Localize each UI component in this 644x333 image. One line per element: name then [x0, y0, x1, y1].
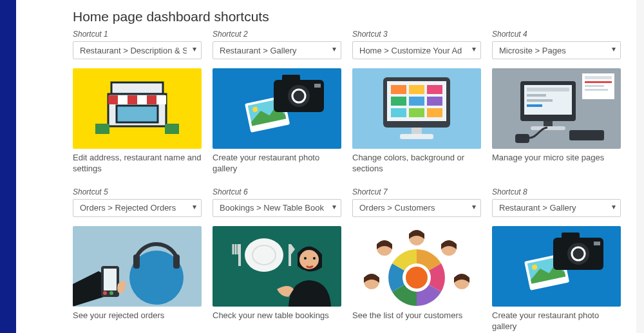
shortcut-card-row-1: Edit address, restaurant name and settin…: [73, 68, 636, 175]
svg-rect-6: [108, 95, 118, 104]
shortcut-5-select[interactable]: [73, 199, 202, 217]
svg-rect-37: [527, 88, 569, 91]
card-caption: See your rejected orders: [73, 310, 202, 321]
svg-rect-40: [527, 104, 542, 107]
card-caption: See the list of your customers: [352, 310, 481, 321]
shortcut-select-row-2: Shortcut 5 Shortcut 6 Shortcut 7 Shortcu…: [73, 187, 636, 217]
svg-rect-27: [427, 85, 442, 94]
shortcut-label: Shortcut 7: [352, 187, 481, 196]
svg-rect-32: [409, 108, 424, 117]
card-customers[interactable]: See the list of your customers: [352, 226, 481, 332]
shortcut-8-select[interactable]: [492, 199, 621, 217]
monitor-colors-icon: [352, 68, 481, 149]
svg-rect-16: [282, 75, 300, 82]
svg-rect-7: [128, 95, 137, 104]
svg-point-17: [288, 85, 310, 107]
svg-rect-39: [527, 99, 553, 102]
svg-rect-42: [531, 126, 565, 130]
phone-headset-icon: [73, 226, 202, 307]
svg-rect-55: [104, 269, 117, 290]
svg-rect-43: [569, 130, 604, 140]
svg-point-81: [567, 243, 589, 265]
svg-rect-41: [544, 121, 553, 126]
svg-rect-83: [594, 242, 600, 245]
card-caption: Create your restaurant photo gallery: [492, 310, 621, 332]
svg-rect-10: [165, 124, 179, 134]
svg-rect-30: [427, 97, 442, 106]
svg-point-57: [109, 291, 113, 295]
page-title: Home page dashboard shortcuts: [73, 9, 636, 24]
svg-point-69: [406, 267, 428, 289]
svg-rect-23: [412, 128, 422, 134]
shortcut-label: Shortcut 4: [492, 30, 621, 39]
svg-point-59: [245, 238, 283, 272]
shortcut-select-row: Shortcut 1 Shortcut 2 Shortcut 3 Shortcu…: [73, 30, 636, 59]
card-caption: Check your new table bookings: [213, 310, 341, 321]
svg-rect-25: [391, 85, 406, 94]
svg-rect-8: [147, 95, 156, 104]
card-caption: Manage your micro site pages: [492, 153, 621, 164]
card-caption: Edit address, restaurant name and settin…: [73, 153, 202, 175]
card-photo-gallery[interactable]: Create your restaurant photo gallery: [213, 68, 341, 175]
people-around-table-icon: [352, 226, 481, 307]
svg-rect-1: [111, 82, 163, 94]
svg-rect-53: [173, 254, 180, 269]
svg-rect-31: [391, 108, 406, 117]
svg-rect-62: [289, 244, 291, 266]
card-caption: Create your restaurant photo gallery: [213, 153, 341, 175]
shortcut-4-select[interactable]: [492, 41, 621, 59]
hostess-plate-icon: [213, 226, 341, 307]
shortcut-label: Shortcut 3: [352, 30, 481, 39]
computer-pages-icon: [492, 68, 621, 149]
shortcut-2-select[interactable]: [213, 41, 341, 59]
shortcut-label: Shortcut 2: [213, 30, 341, 39]
shortcut-1-select[interactable]: [73, 41, 202, 59]
shortcut-label: Shortcut 6: [213, 187, 341, 196]
svg-rect-19: [314, 84, 321, 88]
camera-photos-icon: [213, 68, 341, 149]
svg-rect-47: [585, 81, 612, 83]
card-restaurant-settings[interactable]: Edit address, restaurant name and settin…: [73, 68, 202, 175]
svg-rect-24: [400, 134, 433, 139]
svg-rect-9: [95, 124, 109, 134]
shortcut-3-select[interactable]: [352, 41, 481, 59]
card-table-bookings[interactable]: Check your new table bookings: [213, 226, 341, 332]
svg-point-56: [103, 291, 107, 295]
svg-rect-46: [585, 76, 612, 79]
shortcut-label: Shortcut 8: [492, 187, 621, 196]
svg-rect-80: [562, 233, 580, 240]
card-rejected-orders[interactable]: See your rejected orders: [73, 226, 202, 332]
svg-rect-52: [133, 254, 140, 269]
svg-rect-48: [585, 85, 604, 87]
svg-rect-28: [391, 97, 406, 106]
svg-rect-26: [409, 85, 424, 94]
shortcut-label: Shortcut 1: [73, 30, 202, 39]
svg-rect-49: [585, 89, 608, 91]
svg-point-65: [304, 257, 307, 260]
svg-rect-44: [515, 134, 529, 143]
card-customize-theme[interactable]: Change colors, background or sections: [352, 68, 481, 175]
sidebar-rail: [0, 0, 16, 333]
restaurant-storefront-icon: [73, 68, 202, 149]
card-photo-gallery-2[interactable]: Create your restaurant photo gallery: [492, 226, 621, 332]
shortcut-card-row-2: See your rejected orders: [73, 226, 636, 332]
shortcut-7-select[interactable]: [352, 199, 481, 217]
shortcut-label: Shortcut 5: [73, 187, 202, 196]
svg-point-66: [313, 257, 316, 260]
dashboard-shortcuts-page: Home page dashboard shortcuts Shortcut 1…: [16, 0, 636, 333]
svg-rect-38: [527, 94, 546, 97]
svg-rect-29: [409, 97, 424, 106]
svg-rect-3: [117, 106, 158, 122]
card-microsite-pages[interactable]: Manage your micro site pages: [492, 68, 621, 175]
card-caption: Change colors, background or sections: [352, 153, 481, 175]
camera-photos-icon: [492, 226, 621, 307]
svg-rect-33: [427, 108, 442, 117]
shortcut-6-select[interactable]: [213, 199, 341, 217]
